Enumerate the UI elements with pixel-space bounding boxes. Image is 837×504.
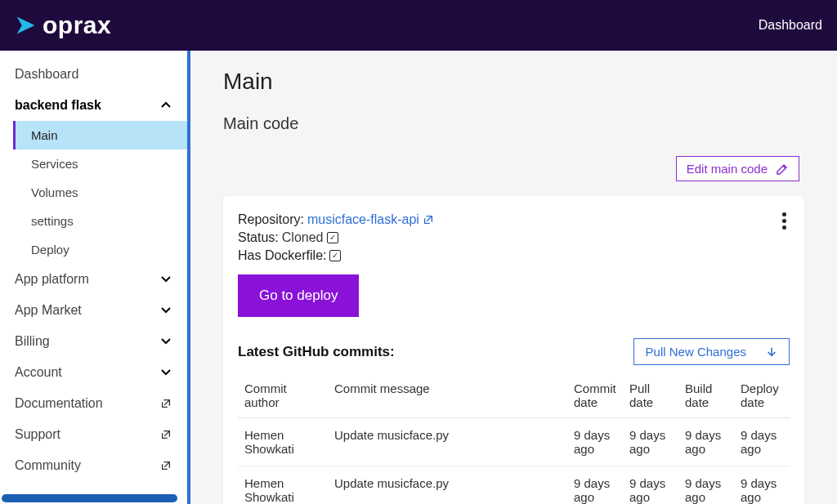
page-title: Main (223, 69, 804, 95)
sidebar-item-label: Account (15, 365, 62, 380)
cell-message: Update musicface.py (328, 466, 567, 505)
chevron-down-icon (159, 335, 172, 348)
status-value: Cloned (282, 230, 324, 245)
sidebar-item-label: Support (15, 427, 60, 442)
sidebar-item-label: Main (31, 128, 58, 142)
page-subtitle: Main code (223, 114, 804, 133)
sidebar-item-app-market[interactable]: App Market (0, 295, 187, 326)
sidebar-item-label: App platform (15, 272, 89, 287)
external-link-icon (159, 459, 172, 472)
sidebar-item-label: backend flask (15, 98, 101, 113)
check-icon: ✓ (327, 232, 338, 243)
col-author: Commit author (238, 373, 328, 418)
sidebar: Dashboard backend flask Main Services Vo… (0, 51, 190, 504)
sidebar-item-documentation[interactable]: Documentation (0, 388, 187, 419)
repo-line-repository: Repository: musicface-flask-api (238, 212, 790, 227)
cell-pull-date: 9 days ago (623, 466, 678, 505)
check-icon: ✓ (329, 250, 341, 261)
external-link-icon[interactable] (423, 214, 434, 225)
sidebar-item-label: Billing (15, 334, 50, 349)
button-label: Pull New Changes (646, 345, 746, 359)
sidebar-item-label: Deploy (31, 243, 69, 256)
button-label: Edit main code (687, 162, 768, 176)
sidebar-item-label: App Market (15, 303, 82, 318)
go-to-deploy-button[interactable]: Go to deploy (238, 274, 359, 317)
sidebar-item-label: settings (31, 214, 74, 228)
col-deploy-date: Deploy date (734, 373, 790, 418)
sidebar-item-community[interactable]: Community (0, 450, 187, 481)
sidebar-item-main[interactable]: Main (13, 121, 187, 149)
sidebar-item-label: Documentation (15, 396, 103, 411)
table-header-row: Commit author Commit message Commit date… (238, 373, 790, 418)
table-row: Hemen Showkati Update musicface.py 9 day… (238, 466, 790, 505)
sidebar-item-volumes[interactable]: Volumes (13, 178, 187, 207)
repo-card: Repository: musicface-flask-api Status: … (223, 196, 804, 504)
sidebar-item-dashboard[interactable]: Dashboard (0, 59, 187, 90)
cell-build-date: 9 days ago (678, 418, 734, 466)
arrow-down-icon (766, 346, 777, 358)
chevron-up-icon (159, 99, 172, 112)
sidebar-item-label: Community (15, 458, 81, 473)
sidebar-item-label: Dashboard (15, 67, 78, 82)
kebab-menu-button[interactable] (782, 212, 786, 230)
commits-title: Latest GitHub commits: (238, 344, 395, 360)
brand-name: oprax (43, 11, 111, 39)
sidebar-item-app-platform[interactable]: App platform (0, 264, 187, 295)
cell-message: Update musicface.py (328, 418, 567, 466)
sidebar-item-account[interactable]: Account (0, 357, 187, 388)
sidebar-item-support[interactable]: Support (0, 419, 187, 450)
repo-link[interactable]: musicface-flask-api (307, 212, 419, 227)
col-pull-date: Pull date (623, 373, 678, 418)
nav-dashboard-link[interactable]: Dashboard (759, 18, 822, 33)
pencil-icon (776, 163, 789, 176)
field-label: Has Dockerfile: (238, 248, 326, 263)
pull-new-changes-button[interactable]: Pull New Changes (633, 338, 790, 365)
field-label: Repository: (238, 212, 304, 227)
scrollbar-horizontal[interactable] (2, 494, 177, 502)
sidebar-item-project[interactable]: backend flask (0, 90, 187, 121)
main-content: Main Main code Edit main code Repository… (190, 51, 837, 504)
repo-line-dockerfile: Has Dockerfile: ✓ (238, 248, 790, 263)
cell-deploy-date: 9 days ago (734, 466, 790, 505)
field-label: Status: (238, 230, 279, 245)
edit-main-code-button[interactable]: Edit main code (676, 156, 799, 181)
cell-build-date: 9 days ago (678, 466, 734, 505)
sidebar-item-settings[interactable]: settings (13, 207, 187, 235)
cell-author: Hemen Showkati (238, 466, 328, 505)
table-row: Hemen Showkati Update musicface.py 9 day… (238, 418, 790, 466)
cell-commit-date: 9 days ago (567, 418, 623, 466)
sidebar-item-services[interactable]: Services (13, 149, 187, 178)
cell-commit-date: 9 days ago (567, 466, 623, 505)
sidebar-item-deploy[interactable]: Deploy (13, 235, 187, 264)
col-message: Commit message (328, 373, 567, 418)
sidebar-item-label: Services (31, 157, 78, 171)
sidebar-subitems: Main Services Volumes settings Deploy (0, 121, 187, 264)
external-link-icon (159, 428, 172, 441)
logo-icon (15, 14, 38, 37)
brand-logo[interactable]: oprax (15, 11, 111, 39)
button-label: Go to deploy (259, 288, 338, 303)
cell-deploy-date: 9 days ago (734, 418, 790, 466)
chevron-down-icon (159, 273, 172, 286)
cell-pull-date: 9 days ago (623, 418, 678, 466)
cell-author: Hemen Showkati (238, 418, 328, 466)
sidebar-item-billing[interactable]: Billing (0, 326, 187, 357)
sidebar-item-label: Volumes (31, 185, 78, 199)
col-commit-date: Commit date (567, 373, 623, 418)
top-nav: oprax Dashboard (0, 0, 837, 51)
commits-table: Commit author Commit message Commit date… (238, 373, 790, 504)
repo-line-status: Status: Cloned ✓ (238, 230, 790, 245)
chevron-down-icon (159, 366, 172, 379)
external-link-icon (159, 397, 172, 410)
chevron-down-icon (159, 304, 172, 317)
col-build-date: Build date (678, 373, 734, 418)
